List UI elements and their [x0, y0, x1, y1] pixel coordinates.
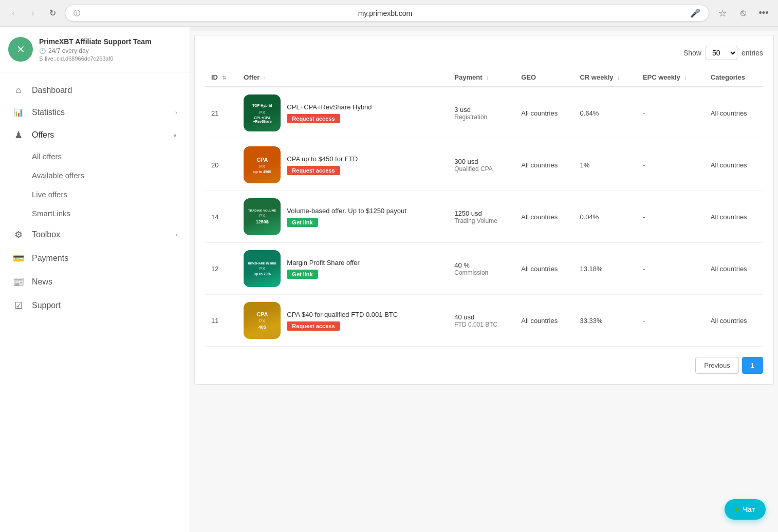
chevron-down-icon: ∨	[173, 131, 177, 139]
row-id-14: 14	[205, 191, 237, 243]
payment-type-20: Qualified CPA	[454, 165, 509, 173]
more-button[interactable]: •••	[755, 5, 772, 22]
offer-info-11: CPA $40 for qualified FTD 0.001 BTC Requ…	[287, 311, 398, 331]
row-epc-14: -	[637, 191, 705, 243]
sidebar-item-label: News	[32, 277, 177, 287]
sidebar-item-live-offers[interactable]: Live offers	[0, 185, 190, 204]
home-icon: ⌂	[12, 85, 25, 96]
sidebar-item-dashboard[interactable]: ⌂ Dashboard	[0, 79, 190, 102]
sidebar-item-available-offers[interactable]: Available offers	[0, 166, 190, 185]
offer-badge-21[interactable]: Request access	[287, 114, 340, 123]
offer-name-21: CPL+CPA+RevShare Hybrid	[287, 103, 372, 111]
all-offers-label: All offers	[32, 152, 62, 161]
sidebar-item-smartlinks[interactable]: SmartLinks	[0, 204, 190, 223]
row-geo-11: All countries	[515, 295, 573, 347]
row-payment-12: 40 % Commission	[448, 243, 515, 295]
row-categories-12: All countries	[705, 243, 763, 295]
sidebar-item-label: Payments	[32, 254, 177, 263]
sort-id-icon[interactable]: ⇅	[222, 75, 226, 81]
sort-payment-icon[interactable]: ↕	[486, 75, 489, 81]
row-offer-21: TOP HybridPXCPL+CPA+RevShare CPL+CPA+Rev…	[237, 87, 448, 139]
smartlinks-label: SmartLinks	[32, 209, 70, 218]
table-row: 12 REVSHARE IN BBBPXup to 70% Margin Pro…	[205, 243, 763, 295]
payment-type-21: Registration	[454, 113, 509, 121]
row-epc-12: -	[637, 243, 705, 295]
forward-button[interactable]: ›	[26, 6, 40, 21]
browser-chrome: ‹ › ↻ ⓘ my.primexbt.com 🎤 ☆ ⎋ •••	[0, 0, 778, 27]
sidebar-item-offers[interactable]: ♟ Offers ∨	[0, 123, 190, 147]
offer-name-14: Volume-based offer. Up to $1250 payout	[287, 207, 406, 215]
row-id-11: 11	[205, 295, 237, 347]
offer-name-11: CPA $40 for qualified FTD 0.001 BTC	[287, 311, 398, 318]
offers-icon: ♟	[12, 129, 25, 141]
row-payment-20: 300 usd Qualified CPA	[448, 139, 515, 191]
offer-name-12: Margin Profit Share offer	[287, 259, 359, 267]
app-layout: ✕ PrimeXBT Affiliate Support Team 🕐 24/7…	[0, 27, 778, 532]
sort-cr-icon[interactable]: ↕	[617, 75, 620, 81]
col-cr-weekly: CR weekly ↕	[573, 68, 636, 87]
shield-icon: S	[39, 55, 43, 62]
table-row: 14 TRADING VOLUMEPX1250$ Volume-based of…	[205, 191, 763, 243]
url-text[interactable]: my.primexbt.com	[84, 9, 686, 17]
row-categories-21: All countries	[705, 87, 763, 139]
payment-amount-12: 40 %	[454, 261, 509, 269]
offer-thumb-14: TRADING VOLUMEPX1250$	[244, 198, 281, 235]
chat-button[interactable]: Чат	[725, 499, 766, 520]
sidebar-item-label: Offers	[32, 130, 165, 140]
offer-badge-14[interactable]: Get link	[287, 218, 318, 227]
sidebar-item-support[interactable]: ☑ Support	[0, 294, 190, 317]
row-geo-20: All countries	[515, 139, 573, 191]
pagination: Previous 1	[205, 357, 763, 374]
sidebar-item-toolbox[interactable]: ⚙ Toolbox ›	[0, 223, 190, 246]
offer-badge-12[interactable]: Get link	[287, 270, 318, 279]
chevron-right-icon: ›	[175, 231, 177, 238]
sidebar-header: ✕ PrimeXBT Affiliate Support Team 🕐 24/7…	[0, 27, 190, 72]
chat-id: S live:.cid.d68966dc7c263af0	[39, 55, 181, 62]
row-categories-14: All countries	[705, 191, 763, 243]
mic-icon[interactable]: 🎤	[690, 8, 700, 18]
payments-icon: 💳	[12, 253, 25, 264]
sidebar-item-payments[interactable]: 💳 Payments	[0, 246, 190, 270]
offer-info-20: CPA up to $450 for FTD Request access	[287, 155, 358, 175]
sidebar-header-info: PrimeXBT Affiliate Support Team 🕐 24/7 e…	[39, 37, 181, 62]
sidebar-item-all-offers[interactable]: All offers	[0, 147, 190, 166]
browser-actions: ☆ ⎋ •••	[714, 5, 772, 22]
chat-dot	[735, 507, 739, 511]
offer-thumb-20: CPAPXup to 450$	[244, 146, 281, 183]
payment-amount-14: 1250 usd	[454, 210, 509, 217]
payment-amount-20: 300 usd	[454, 158, 509, 165]
available-offers-label: Available offers	[32, 171, 84, 180]
table-controls: Show 50 25 10 100 entries	[205, 46, 763, 60]
row-offer-11: CPAPX40$ CPA $40 for qualified FTD 0.001…	[237, 295, 448, 347]
table-row: 21 TOP HybridPXCPL+CPA+RevShare CPL+CPA+…	[205, 87, 763, 139]
sidebar-item-label: Dashboard	[32, 86, 177, 95]
main-content: Show 50 25 10 100 entries ID ⇅	[190, 27, 778, 532]
row-offer-20: CPAPXup to 450$ CPA up to $450 for FTD R…	[237, 139, 448, 191]
col-geo: GEO	[515, 68, 573, 87]
chat-label: Чат	[743, 505, 755, 514]
share-button[interactable]: ⎋	[735, 5, 751, 22]
row-cr-14: 0.04%	[573, 191, 636, 243]
page-1-button[interactable]: 1	[742, 357, 763, 374]
offer-badge-11[interactable]: Request access	[287, 321, 340, 331]
previous-button[interactable]: Previous	[695, 357, 739, 374]
show-label: Show	[683, 49, 701, 57]
back-button[interactable]: ‹	[6, 6, 21, 21]
row-categories-11: All countries	[705, 295, 763, 347]
sidebar-item-news[interactable]: 📰 News	[0, 270, 190, 294]
sidebar-item-label: Toolbox	[32, 230, 168, 239]
toolbox-icon: ⚙	[12, 229, 25, 240]
row-id-21: 21	[205, 87, 237, 139]
content-panel: Show 50 25 10 100 entries ID ⇅	[194, 35, 774, 385]
sidebar-item-statistics[interactable]: 📊 Statistics ›	[0, 102, 190, 123]
sort-epc-icon[interactable]: ↕	[684, 75, 687, 81]
offer-badge-20[interactable]: Request access	[287, 166, 340, 175]
row-cr-20: 1%	[573, 139, 636, 191]
entries-select[interactable]: 50 25 10 100	[706, 46, 737, 60]
row-payment-14: 1250 usd Trading Volume	[448, 191, 515, 243]
bookmark-button[interactable]: ☆	[714, 5, 731, 22]
offers-submenu: All offers Available offers Live offers …	[0, 147, 190, 223]
reload-button[interactable]: ↻	[45, 6, 60, 21]
sort-offer-icon[interactable]: ↕	[264, 75, 266, 81]
row-payment-11: 40 usd FTD 0.001 BTC	[448, 295, 515, 347]
